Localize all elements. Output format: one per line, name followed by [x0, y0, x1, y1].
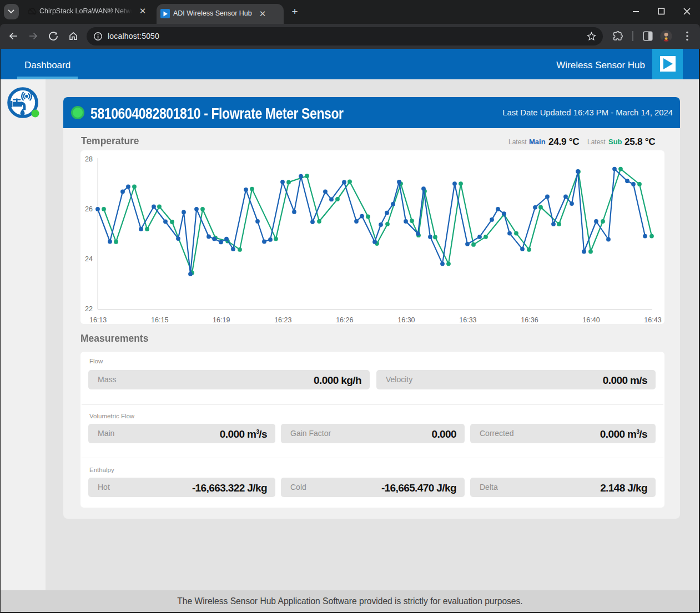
svg-text:24: 24 [85, 255, 93, 263]
svg-text:16:33: 16:33 [459, 316, 476, 324]
svg-text:16:43: 16:43 [644, 316, 661, 324]
svg-text:22: 22 [85, 305, 93, 313]
svg-text:16:19: 16:19 [213, 316, 230, 324]
svg-text:16:36: 16:36 [521, 316, 538, 324]
svg-text:16:15: 16:15 [151, 316, 168, 324]
svg-text:16:26: 16:26 [336, 316, 353, 324]
svg-text:16:30: 16:30 [397, 316, 415, 324]
svg-text:16:13: 16:13 [89, 316, 107, 324]
svg-text:16:23: 16:23 [274, 316, 291, 324]
svg-text:16:40: 16:40 [582, 316, 600, 324]
svg-text:26: 26 [85, 205, 93, 213]
svg-text:28: 28 [85, 155, 93, 163]
